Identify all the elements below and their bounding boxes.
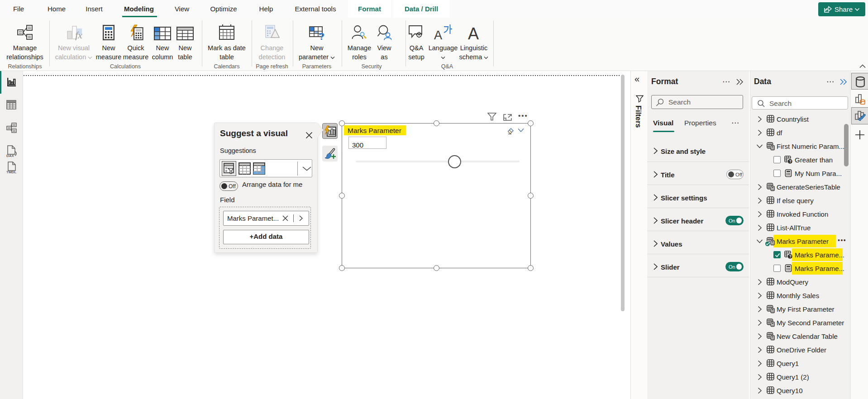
svg-text:A: A <box>468 24 479 40</box>
svg-text:fx: fx <box>75 29 82 40</box>
svg-text:TMDL: TMDL <box>6 170 16 174</box>
svg-text:DAX: DAX <box>6 154 14 158</box>
svg-text:A: A <box>434 28 442 40</box>
svg-text:?: ? <box>319 31 324 40</box>
